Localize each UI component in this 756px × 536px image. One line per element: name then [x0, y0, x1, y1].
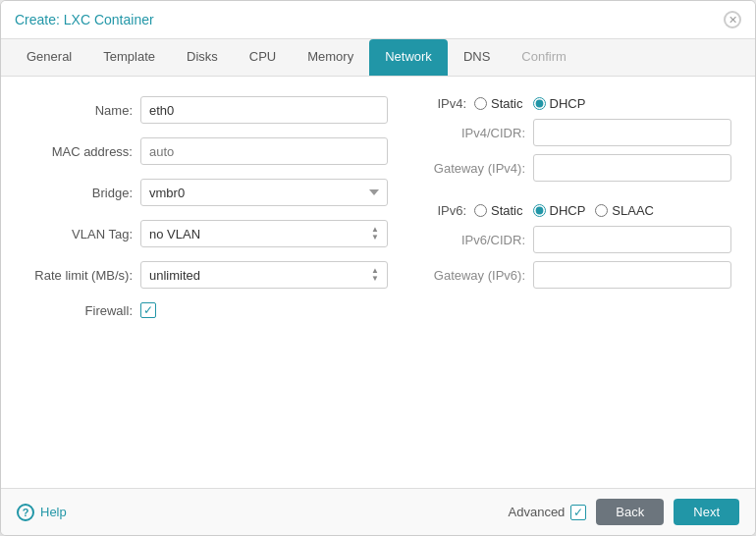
vlan-down-arrow[interactable]: ▼ — [371, 234, 379, 241]
ipv4-static-radio[interactable] — [474, 97, 487, 110]
ipv6-slaac-radio[interactable] — [595, 204, 608, 217]
vlan-arrows[interactable]: ▲ ▼ — [371, 226, 379, 241]
ipv6-dhcp-option[interactable]: DHCP — [533, 203, 586, 218]
advanced-row: Advanced ✓ — [509, 505, 587, 520]
form-content: Name: MAC address: Bridge: vmbr0 VLAN Ta… — [1, 77, 755, 488]
tab-bar: General Template Disks CPU Memory Networ… — [1, 39, 755, 77]
ipv6-gateway-row: Gateway (IPv6): — [427, 261, 731, 289]
tab-dns[interactable]: DNS — [448, 39, 506, 76]
ipv4-gateway-row: Gateway (IPv4): — [427, 154, 731, 182]
tab-template[interactable]: Template — [87, 39, 171, 76]
name-input[interactable] — [140, 96, 388, 124]
tab-network[interactable]: Network — [369, 39, 448, 76]
advanced-label: Advanced — [509, 505, 566, 519]
close-button[interactable]: ✕ — [724, 11, 741, 28]
ipv4-gateway-input[interactable] — [533, 154, 731, 182]
ipv6-static-radio[interactable] — [474, 204, 487, 217]
back-button[interactable]: Back — [596, 499, 664, 525]
main-window: Create: LXC Container ✕ General Template… — [0, 0, 756, 536]
firewall-label: Firewall: — [25, 303, 133, 318]
ipv6-gateway-input[interactable] — [533, 261, 731, 289]
ipv6-static-label: Static — [491, 203, 523, 218]
next-button[interactable]: Next — [674, 499, 739, 525]
firewall-row: Firewall: ✓ — [25, 302, 388, 318]
vlan-spinner[interactable]: no VLAN ▲ ▼ — [140, 220, 388, 247]
ipv6-radio-group: Static DHCP SLAAC — [474, 203, 654, 218]
vlan-value: no VLAN — [149, 227, 200, 241]
firewall-checkbox[interactable]: ✓ — [140, 302, 156, 318]
help-label: Help — [40, 505, 67, 519]
ipv4-section: IPv4: Static DHCP IPv4/CIDR: — [427, 96, 731, 182]
tab-memory[interactable]: Memory — [292, 39, 369, 76]
ipv6-cidr-label: IPv6/CIDR: — [427, 233, 525, 247]
advanced-checkbox[interactable]: ✓ — [570, 505, 586, 520]
bridge-select[interactable]: vmbr0 — [140, 179, 388, 206]
rate-arrows[interactable]: ▲ ▼ — [371, 267, 379, 283]
ipv4-radio-group: Static DHCP — [474, 96, 585, 111]
mac-input[interactable] — [140, 137, 388, 165]
ipv6-slaac-label: SLAAC — [612, 203, 654, 218]
bridge-row: Bridge: vmbr0 — [25, 179, 388, 206]
rate-row: Rate limit (MB/s): unlimited ▲ ▼ — [25, 261, 388, 289]
ipv4-dhcp-radio[interactable] — [533, 97, 546, 110]
tab-general[interactable]: General — [11, 39, 87, 76]
window-title: Create: LXC Container — [15, 12, 154, 27]
vlan-label: VLAN Tag: — [25, 227, 133, 241]
bridge-label: Bridge: — [25, 186, 133, 200]
name-label: Name: — [25, 103, 133, 118]
name-row: Name: — [25, 96, 388, 124]
help-button[interactable]: ? Help — [17, 504, 67, 521]
rate-spinner[interactable]: unlimited ▲ ▼ — [140, 261, 388, 289]
ipv6-cidr-row: IPv6/CIDR: — [427, 226, 731, 253]
ipv6-slaac-option[interactable]: SLAAC — [595, 203, 654, 218]
mac-label: MAC address: — [25, 144, 133, 159]
ipv4-header-row: IPv4: Static DHCP — [427, 96, 731, 111]
left-column: Name: MAC address: Bridge: vmbr0 VLAN Ta… — [25, 96, 388, 468]
mac-row: MAC address: — [25, 137, 388, 165]
rate-label: Rate limit (MB/s): — [25, 268, 133, 283]
footer-right: Advanced ✓ Back Next — [509, 499, 739, 525]
ipv6-gateway-label: Gateway (IPv6): — [427, 268, 525, 283]
rate-down-arrow[interactable]: ▼ — [371, 275, 379, 283]
ipv4-label: IPv4: — [427, 96, 466, 111]
ipv4-gateway-label: Gateway (IPv4): — [427, 161, 525, 176]
ipv4-cidr-label: IPv4/CIDR: — [427, 126, 525, 140]
ipv4-dhcp-option[interactable]: DHCP — [533, 96, 586, 111]
ipv4-cidr-input[interactable] — [533, 119, 731, 146]
ipv6-section: IPv6: Static DHCP SLAAC — [427, 203, 731, 289]
tab-cpu[interactable]: CPU — [234, 39, 292, 76]
ipv6-label: IPv6: — [427, 203, 466, 218]
ipv4-dhcp-label: DHCP — [550, 96, 586, 111]
right-column: IPv4: Static DHCP IPv4/CIDR: — [427, 96, 731, 468]
tab-confirm: Confirm — [506, 39, 582, 76]
help-icon: ? — [17, 504, 34, 521]
ipv6-cidr-input[interactable] — [533, 226, 731, 253]
checkmark-icon: ✓ — [143, 304, 153, 316]
ipv6-dhcp-radio[interactable] — [533, 204, 546, 217]
ipv4-cidr-row: IPv4/CIDR: — [427, 119, 731, 146]
rate-value: unlimited — [149, 268, 200, 283]
title-bar: Create: LXC Container ✕ — [1, 1, 755, 39]
vlan-row: VLAN Tag: no VLAN ▲ ▼ — [25, 220, 388, 247]
ipv6-header-row: IPv6: Static DHCP SLAAC — [427, 203, 731, 218]
ipv4-static-option[interactable]: Static — [474, 96, 523, 111]
ipv4-static-label: Static — [491, 96, 523, 111]
advanced-checkmark-icon: ✓ — [573, 507, 583, 518]
ipv6-static-option[interactable]: Static — [474, 203, 523, 218]
footer: ? Help Advanced ✓ Back Next — [1, 488, 755, 535]
ipv6-dhcp-label: DHCP — [550, 203, 586, 218]
tab-disks[interactable]: Disks — [171, 39, 234, 76]
